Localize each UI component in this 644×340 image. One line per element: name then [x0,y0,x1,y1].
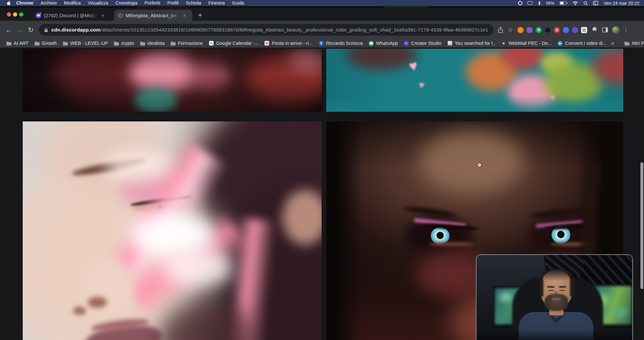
forward-button[interactable]: → [14,26,25,34]
black-circle-ext-icon[interactable] [545,27,551,33]
white-grid-ext-icon[interactable]: ▤ [581,27,587,33]
artwork-bottom-left [23,121,322,340]
zoom-out-cursor [477,162,484,169]
folder-icon [34,41,40,46]
zoom-window-button[interactable] [19,12,23,17]
battery-charging-icon[interactable] [560,1,568,6]
menubar-item-guida[interactable]: Guida [229,0,248,6]
minimize-window-button[interactable] [13,12,17,17]
presenter-hair-side [570,278,575,297]
bookmark-formazione[interactable]: Formazione [167,41,206,46]
generic-image-favicon [118,13,123,18]
apple-logo-icon[interactable] [6,1,11,6]
share-icon[interactable] [498,27,503,33]
tab-attachment-image[interactable]: MRregista_Abstract_beauty._p × [114,10,192,21]
bookmarks-overflow-chevron[interactable]: » [609,40,616,46]
artwork-top-right: ♥ ♥ ♥ [326,49,623,112]
bluetooth-icon[interactable] [538,1,541,6]
recording-app-icon[interactable] [518,1,522,6]
new-tab-button[interactable]: + [198,11,202,19]
metamask-icon[interactable] [517,27,524,33]
back-button[interactable]: ← [3,26,14,34]
page-thumb-icon [447,41,452,46]
bookmark-google-calendar[interactable]: 31Google Calendar -... [206,41,262,46]
bookmark-growth[interactable]: Growth [31,41,60,46]
extensions-row: N⚿▤ [517,27,587,33]
bookmark-you-searched-for-l[interactable]: You searched for l.. [444,41,498,46]
menubar-item-preferiti[interactable]: Preferiti [141,0,164,6]
menubar-clock[interactable]: Ven 24 mar 20:22 [603,1,639,6]
bookmark-label: WebMail PEC - De... [508,41,552,46]
presenter-hair [540,269,573,282]
tab-close-icon[interactable]: × [100,12,106,18]
display-icon[interactable] [527,1,533,6]
creator-studio-icon: ∞ [404,41,409,46]
bookmark-creator-studio[interactable]: ∞Creator Studio [401,41,445,46]
battery-percent: 56% [546,1,554,6]
bookmark-riccardo-scrocca[interactable]: fRiccardo Scrocca [316,41,366,46]
red-key-ext-icon[interactable]: ⚿ [554,27,560,33]
menubar-item-archivio[interactable]: Archivio [37,0,60,6]
other-bookmarks-folder[interactable]: Altri Preferiti [621,41,644,46]
whatsapp-icon: ☎ [369,41,374,46]
bookmark-label: crypto [121,41,134,46]
folder-icon [140,41,145,46]
url-path: /attachments/1013512335442333816/1088905… [101,27,488,33]
gcal-icon: 31 [209,41,214,46]
tab-title: (2762) Discord | @Midjourney [44,13,97,18]
scrollbar-thumb[interactable] [640,162,643,289]
menubar-item-scheda[interactable]: Scheda [182,0,205,6]
bookmark-label: Google Calendar -... [216,41,259,46]
reload-button[interactable]: ↻ [25,26,36,34]
bookmark-star-icon[interactable]: ☆ [508,26,513,33]
fast-user-switch-icon[interactable] [593,1,598,6]
extensions-puzzle-icon[interactable] [592,27,598,33]
menubar-item-chrome[interactable]: Chrome [13,0,37,6]
bookmark-label: Posta in arrivo - ri... [272,41,313,46]
folder-icon [624,41,629,46]
purple-ext-icon[interactable] [526,27,533,33]
wifi-icon[interactable] [573,1,578,6]
menubar-item-cronologia[interactable]: Cronologia [112,0,141,6]
bookmark-posta-in-arrivo-ri[interactable]: MPosta in arrivo - ri... [261,41,316,46]
profile-avatar[interactable] [612,26,620,34]
tab-title: MRregista_Abstract_beauty._p [126,13,179,18]
gmail-icon: M [264,41,269,46]
spotlight-search-icon[interactable] [583,1,588,6]
menubar-item-profili[interactable]: Profili [164,0,182,6]
folder-icon [63,41,68,46]
bookmark-label: Growth [42,41,57,46]
bookmark-label: WEB - LEVEL-UP [70,41,108,46]
tab-close-icon[interactable]: × [182,12,188,18]
bookmark-web-level-up[interactable]: WEB - LEVEL-UP [60,41,111,46]
menubar-item-modifica[interactable]: Modifica [60,0,84,6]
green-n-ext-icon[interactable]: N [536,27,542,33]
menubar-item-finestra[interactable]: Finestra [205,0,229,6]
bookmark-label: Riccardo Scrocca [326,41,363,46]
bookmark-ai-art[interactable]: AI ART [3,41,31,46]
bookmarks-bar: AI ARTGrowthWEB - LEVEL-UPcryptoidealist… [0,39,644,48]
bookmark-label: Formazione [178,41,203,46]
bookmark-crypto[interactable]: crypto [111,41,137,46]
menubar-item-visualizza[interactable]: Visualizza [84,0,112,6]
bookmark-label: Converti i video di... [565,41,606,46]
presenter-hair-side [539,278,543,297]
bookmark-label: You searched for l.. [455,41,495,46]
address-bar[interactable]: cdn.discordapp.com/attachments/101351233… [39,24,493,36]
webmail-icon: ◆ [501,41,506,46]
bookmark-label: idealista [147,41,165,46]
bookmark-whatsapp[interactable]: ☎WhatsApp [366,41,401,46]
blue-circle-ext-icon[interactable] [563,27,569,33]
tab-discord[interactable]: (2762) Discord | @Midjourney × [32,10,114,21]
purple-badge-ext-icon[interactable] [572,27,578,33]
close-window-button[interactable] [7,12,11,17]
bookmark-idealista[interactable]: idealista [137,41,167,46]
bookmark-webmail-pec-de[interactable]: ◆WebMail PEC - De... [498,41,555,46]
side-panel-icon[interactable] [602,27,608,32]
bookmark-converti-i-video-di[interactable]: ▶Converti i video di... [555,41,609,46]
macos-menubar: Chrome Archivio Modifica Visualizza Cron… [0,0,644,6]
artwork-top-left [23,49,322,112]
chrome-menu-icon[interactable]: ⋮ [623,27,628,33]
discord-favicon [36,13,41,18]
bookmark-label: WhatsApp [376,41,398,46]
